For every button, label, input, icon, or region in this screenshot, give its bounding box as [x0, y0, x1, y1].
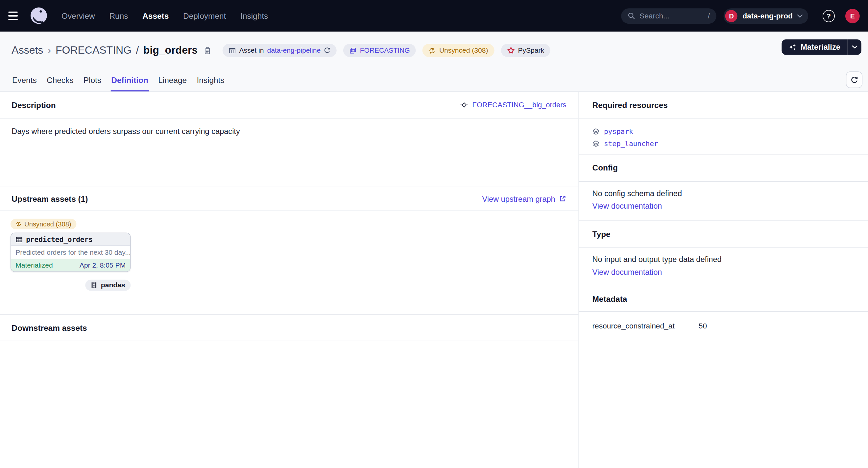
asset-card-name: predicted_orders: [26, 235, 93, 243]
breadcrumb-assets-link[interactable]: Assets: [11, 45, 43, 57]
tab-bar: Events Checks Plots Definition Lineage I…: [0, 69, 868, 92]
breadcrumb-separator: ›: [48, 45, 51, 57]
pandas-kind-label: pandas: [101, 282, 125, 289]
breadcrumb-group: FORECASTING: [56, 45, 131, 57]
workspace-switcher[interactable]: D data-eng-prod: [724, 8, 808, 23]
tab-plots[interactable]: Plots: [83, 69, 102, 91]
sparkles-icon: [788, 43, 797, 51]
top-nav: Overview Runs Assets Deployment Insights…: [0, 0, 868, 32]
materialized-status: Materialized: [16, 261, 53, 269]
right-column: Required resources pyspark step_launcher: [578, 92, 868, 468]
dagster-asset-page: Overview Runs Assets Deployment Insights…: [0, 0, 868, 468]
breadcrumb-slash: /: [136, 45, 139, 57]
nav-right: Search... / D data-eng-prod ? E: [621, 8, 860, 23]
type-body: No input and output type data defined Vi…: [579, 247, 868, 286]
materialize-button[interactable]: Materialize: [782, 39, 847, 55]
materialize-label: Materialize: [801, 43, 840, 52]
type-docs-link[interactable]: View documentation: [592, 268, 662, 276]
materialize-split-button: Materialize: [782, 39, 861, 55]
resources-title: Required resources: [592, 100, 668, 109]
metadata-key: resource_constrained_at: [592, 322, 699, 330]
nav-insights[interactable]: Insights: [240, 11, 268, 20]
asset-card-status: Materialized Apr 2, 8:05 PM: [11, 259, 130, 271]
menu-icon[interactable]: [8, 9, 21, 22]
upstream-title: Upstream assets (1): [11, 194, 88, 203]
upstream-unsynced-label: Unsynced (308): [24, 220, 71, 228]
pandas-kind-tag[interactable]: pandas: [86, 280, 131, 291]
downstream-title: Downstream assets: [11, 323, 87, 332]
tag-asset-in-job[interactable]: Asset in data-eng-pipeline: [223, 44, 337, 57]
asset-card-desc: Predicted orders for the next 30 day...: [11, 246, 130, 259]
description-body: Days where predicted orders surpass our …: [0, 118, 578, 186]
view-upstream-graph-label: View upstream graph: [482, 194, 555, 203]
view-upstream-graph-link[interactable]: View upstream graph: [482, 194, 566, 203]
pipeline-link[interactable]: data-eng-pipeline: [267, 47, 320, 54]
tag-compute-label: PySpark: [518, 47, 544, 54]
downstream-body: [0, 341, 578, 468]
tag-unsynced[interactable]: Unsynced (308): [423, 44, 494, 57]
config-empty-text: No config schema defined: [592, 189, 868, 198]
tag-group[interactable]: FORECASTING: [343, 44, 416, 57]
resource-row: step_launcher: [592, 137, 868, 149]
upstream-header: Upstream assets (1) View upstream graph: [0, 186, 578, 210]
tab-lineage[interactable]: Lineage: [158, 69, 187, 91]
tag-asset-in-prefix: Asset in: [239, 47, 264, 54]
metadata-header: Metadata: [579, 286, 868, 312]
metadata-title: Metadata: [592, 294, 627, 303]
spark-icon: [507, 47, 515, 54]
resources-list: pyspark step_launcher: [579, 118, 868, 154]
search-placeholder: Search...: [640, 11, 670, 20]
upstream-unsynced-tag: Unsynced (308): [10, 219, 76, 229]
dagster-logo-icon[interactable]: [29, 6, 48, 25]
table-icon: [16, 236, 23, 243]
search-shortcut: /: [708, 11, 710, 20]
user-avatar[interactable]: E: [845, 8, 860, 23]
refresh-small-icon: [324, 47, 331, 54]
resource-link-pyspark[interactable]: pyspark: [604, 127, 633, 135]
job-link[interactable]: FORECASTING__big_orders: [460, 101, 566, 109]
tab-events[interactable]: Events: [11, 69, 37, 91]
nav-runs[interactable]: Runs: [109, 11, 128, 20]
tab-insights[interactable]: Insights: [196, 69, 225, 91]
nav-deployment[interactable]: Deployment: [183, 11, 226, 20]
external-link-icon: [559, 195, 566, 202]
nav-assets[interactable]: Assets: [143, 11, 169, 20]
tag-compute-kind[interactable]: PySpark: [501, 44, 550, 57]
primary-nav: Overview Runs Assets Deployment Insights: [61, 11, 268, 20]
page-title: big_orders: [143, 45, 197, 57]
sync-alert-icon: [429, 47, 436, 54]
tab-definition[interactable]: Definition: [111, 69, 149, 91]
description-header: Description FORECASTING__big_orders: [0, 92, 578, 118]
search-icon: [628, 12, 635, 20]
config-header: Config: [579, 154, 868, 182]
materialized-timestamp[interactable]: Apr 2, 8:05 PM: [80, 261, 126, 269]
job-link-label: FORECASTING__big_orders: [472, 101, 566, 109]
resource-link-step-launcher[interactable]: step_launcher: [604, 139, 658, 147]
asset-group-icon: [349, 47, 357, 54]
upstream-asset-card[interactable]: predicted_orders Predicted orders for th…: [10, 233, 130, 272]
metadata-row: resource_constrained_at 50: [592, 322, 868, 330]
copy-icon[interactable]: [203, 47, 211, 55]
refresh-button[interactable]: [846, 71, 863, 88]
breadcrumb: Assets › FORECASTING / big_orders: [11, 45, 197, 57]
tab-checks[interactable]: Checks: [46, 69, 74, 91]
workspace-badge: D: [725, 9, 738, 22]
config-title: Config: [592, 163, 618, 172]
resources-header: Required resources: [579, 92, 868, 118]
help-icon[interactable]: ?: [823, 9, 835, 22]
chevron-down-icon: [797, 14, 803, 18]
type-empty-text: No input and output type data defined: [592, 255, 868, 264]
metadata-value: 50: [699, 322, 707, 330]
table-icon: [228, 47, 236, 54]
nav-overview[interactable]: Overview: [61, 11, 95, 20]
asset-card-header: predicted_orders: [11, 233, 130, 246]
downstream-header: Downstream assets: [0, 314, 578, 341]
materialize-dropdown-caret[interactable]: [847, 39, 861, 55]
config-docs-link[interactable]: View documentation: [592, 202, 662, 211]
tag-unsynced-label: Unsynced (308): [439, 47, 488, 54]
type-header: Type: [579, 221, 868, 247]
resource-layers-icon: [592, 140, 600, 147]
resource-layers-icon: [592, 128, 600, 135]
search-input[interactable]: Search... /: [621, 8, 717, 23]
upstream-body: Unsynced (308) predicted_orders Predicte…: [0, 210, 578, 314]
